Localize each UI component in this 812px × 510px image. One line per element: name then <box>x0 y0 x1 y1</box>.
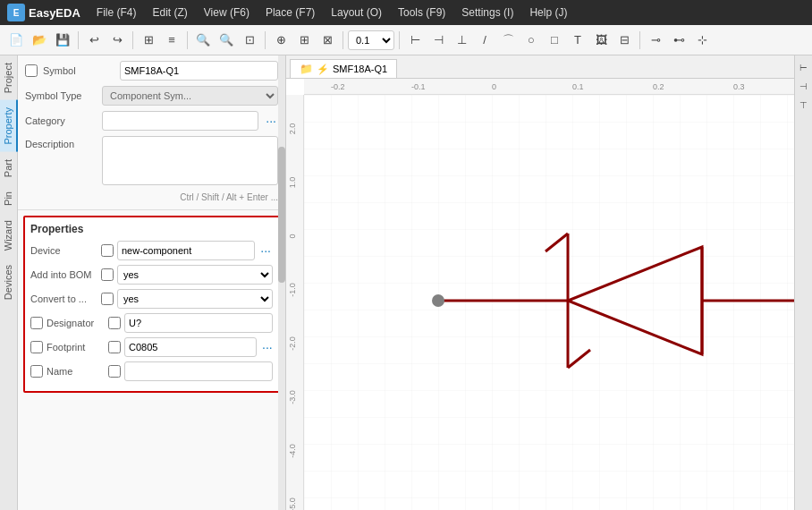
svg-rect-16 <box>304 95 794 510</box>
ruler-horizontal: -0.2 -0.1 0 0.1 0.2 0.3 <box>304 79 794 95</box>
device-dots[interactable]: ··· <box>258 243 273 258</box>
svg-text:E: E <box>13 8 20 18</box>
sep3 <box>187 31 188 49</box>
svg-text:-0.1: -0.1 <box>411 82 426 91</box>
menu-view[interactable]: View (F6) <box>197 4 257 21</box>
menu-edit[interactable]: Edit (Z) <box>145 4 194 21</box>
designator-label: Designator <box>47 318 105 328</box>
symbol-row: Symbol <box>25 61 278 81</box>
snap2-button[interactable]: ⊞ <box>293 30 315 51</box>
menu-tools[interactable]: Tools (F9) <box>391 4 453 21</box>
text-button[interactable]: T <box>567 30 588 51</box>
designator-outer-checkbox[interactable] <box>30 317 43 329</box>
sidebar-tab-devices[interactable]: Devices <box>0 258 18 307</box>
footprint-checkbox[interactable] <box>108 341 121 353</box>
grid-button[interactable]: ⊞ <box>138 30 159 51</box>
pin-button[interactable]: ⊸ <box>645 30 666 51</box>
pin2-button[interactable]: ⊷ <box>668 30 689 51</box>
scrollbar-thumb[interactable] <box>278 147 285 283</box>
arc-button[interactable]: ⌒ <box>497 30 519 51</box>
right-btn-3[interactable]: ⊤ <box>796 97 812 113</box>
sidebar-tab-project[interactable]: Project <box>0 55 18 100</box>
wire-button[interactable]: ⊢ <box>404 30 426 51</box>
ruler-vertical: 2.0 1.0 0 -1.0 -2.0 -3.0 -4.0 -5.0 <box>286 95 304 510</box>
zoom-in-button[interactable]: 🔍 <box>192 30 214 51</box>
snap-button[interactable]: ⊕ <box>270 30 292 51</box>
right-btn-2[interactable]: ⊣ <box>796 78 812 94</box>
rect-button[interactable]: □ <box>544 30 565 51</box>
menu-help[interactable]: Help (J) <box>522 4 574 21</box>
sidebar-tab-property[interactable]: Property <box>0 100 18 152</box>
right-btn-1[interactable]: ⊢ <box>796 59 812 75</box>
name-outer-checkbox[interactable] <box>30 365 43 378</box>
svg-text:0.3: 0.3 <box>733 82 745 91</box>
new-button[interactable]: 📄 <box>5 30 27 51</box>
canvas-content[interactable]: -0.2 -0.1 0 0.1 0.2 0.3 2.0 1.0 0 -1.0 -… <box>286 79 794 510</box>
snap3-button[interactable]: ⊠ <box>317 30 338 51</box>
sidebar-tab-wizard[interactable]: Wizard <box>0 213 18 258</box>
circle-button[interactable]: ○ <box>520 30 542 51</box>
app-logo: E EasyEDA <box>7 4 80 21</box>
convert-checkbox[interactable] <box>101 293 114 305</box>
open-button[interactable]: 📂 <box>29 30 50 51</box>
zoom-out-button[interactable]: 🔍 <box>216 30 237 51</box>
zoom-select[interactable]: 0.1 0.05 0.2 0.5 1.0 <box>348 30 394 50</box>
symbol-type-select[interactable]: Component Sym... <box>102 86 278 106</box>
sep4 <box>265 31 266 49</box>
more-button[interactable]: ⊹ <box>691 30 713 51</box>
device-label: Device <box>30 245 97 256</box>
menu-file[interactable]: File (F4) <box>89 4 144 21</box>
tab-component-icon: ⚡ <box>317 64 329 75</box>
add-bom-select[interactable]: yes no <box>117 265 273 285</box>
convert-select[interactable]: yes no <box>117 289 273 309</box>
junction-button[interactable]: ⊥ <box>451 30 472 51</box>
sidebar-tab-part[interactable]: Part <box>0 152 18 184</box>
device-input[interactable] <box>117 241 255 260</box>
list-button[interactable]: ≡ <box>161 30 182 51</box>
fit-button[interactable]: ⊡ <box>239 30 260 51</box>
symbol-label: Symbol <box>43 65 114 76</box>
description-label: Description <box>25 139 97 149</box>
symbol-type-label: Symbol Type <box>25 90 97 101</box>
footprint-row: Footprint ··· <box>30 337 273 357</box>
footprint-dots[interactable]: ··· <box>260 340 275 354</box>
svg-text:0.1: 0.1 <box>572 82 584 91</box>
canvas-area: 📁 ⚡ SMF18A-Q1 -0.2 -0.1 0 0.1 0.2 0.3 <box>286 55 794 510</box>
name-checkbox[interactable] <box>108 365 121 378</box>
redo-button[interactable]: ↪ <box>106 30 128 51</box>
right-sidebar: ⊢ ⊣ ⊤ <box>794 55 812 510</box>
table-button[interactable]: ⊟ <box>613 30 635 51</box>
sep6 <box>399 31 400 49</box>
footprint-outer-checkbox[interactable] <box>30 341 43 353</box>
designator-input[interactable] <box>124 313 273 333</box>
footprint-input[interactable] <box>124 337 257 357</box>
sep1 <box>78 31 79 49</box>
name-input[interactable] <box>124 361 273 381</box>
image-button[interactable]: 🖼 <box>590 30 612 51</box>
svg-text:-3.0: -3.0 <box>288 390 297 404</box>
undo-button[interactable]: ↩ <box>83 30 105 51</box>
add-bom-row: Add into BOM yes no <box>30 265 273 285</box>
sidebar-tab-pin[interactable]: Pin <box>0 184 18 213</box>
category-label: Category <box>25 115 97 126</box>
symbol-checkbox[interactable] <box>25 64 38 77</box>
symbol-section: Symbol Symbol Type Component Sym... Cate… <box>18 55 285 210</box>
category-input[interactable] <box>102 111 258 131</box>
menu-settings[interactable]: Settings (I) <box>454 4 520 21</box>
line-button[interactable]: / <box>474 30 495 51</box>
description-textarea[interactable] <box>102 136 278 185</box>
menu-layout[interactable]: Layout (O) <box>324 4 389 21</box>
bus-button[interactable]: ⊣ <box>427 30 449 51</box>
symbol-input[interactable] <box>120 61 278 81</box>
symbol-type-row: Symbol Type Component Sym... <box>25 86 278 106</box>
menu-place[interactable]: Place (F7) <box>258 4 322 21</box>
tab-folder-icon: 📁 <box>300 63 313 75</box>
properties-section: Properties Device ··· Add into BOM yes n… <box>23 216 280 393</box>
drawing-area[interactable] <box>304 95 794 510</box>
add-bom-checkbox[interactable] <box>101 268 114 281</box>
canvas-tab-active[interactable]: 📁 ⚡ SMF18A-Q1 <box>290 59 397 78</box>
category-dots[interactable]: ··· <box>264 114 278 128</box>
save-button[interactable]: 💾 <box>52 30 73 51</box>
device-checkbox[interactable] <box>101 244 114 257</box>
designator-checkbox[interactable] <box>108 317 121 329</box>
